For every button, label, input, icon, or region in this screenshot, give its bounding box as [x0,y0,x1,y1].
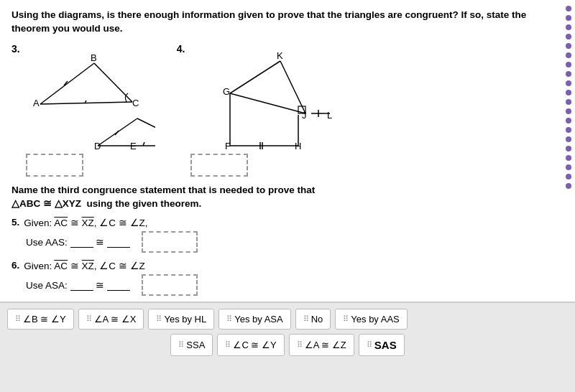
chip-no-label: No [311,314,323,325]
diagrams-row: 3. A B C [12,43,564,177]
drag-icon: ⠿ [156,314,161,324]
chip-yes-asa-label: Yes by ASA [234,314,282,325]
chip-angle-a-x[interactable]: ⠿ ∠A ≅ ∠X [78,309,144,330]
chip-angle-c-y[interactable]: ⠿ ∠C ≅ ∠Y [217,334,284,356]
svg-line-5 [40,102,132,104]
chip-yes-asa[interactable]: ⠿ Yes by ASA [218,309,290,330]
chip-ssa-label: SSA [186,340,205,350]
svg-text:L: L [327,110,332,121]
problem-5: 5. Given: AC ≅ XZ, ∠C ≅ ∠Z, Use AAS: ≅ [12,217,564,253]
svg-line-22 [230,93,305,113]
diagram-4: 4. G K J L [177,43,349,177]
drag-icon: ⠿ [178,340,183,350]
problem-6: 6. Given: AC ≅ XZ, ∠C ≅ ∠Z Use ASA: ≅ [12,260,564,296]
drag-icon: ⠿ [15,314,20,324]
chip-angle-b-y-label: ∠B ≅ ∠Y [23,314,66,325]
svg-text:C: C [132,98,139,108]
chip-angle-a-z[interactable]: ⠿ ∠A ≅ ∠Z [289,334,354,356]
chip-sas-label: SAS [374,339,397,351]
chip-angle-c-y-label: ∠C ≅ ∠Y [233,340,276,350]
problem-5-number: 5. [12,217,19,228]
svg-text:B: B [91,52,97,63]
svg-line-4 [94,63,132,102]
svg-line-3 [40,63,94,104]
chip-no[interactable]: ⠿ No [295,309,331,330]
diagram-4-number: 4. [177,43,185,55]
problem-5-answer-box[interactable] [142,231,198,253]
diagram-3-answer-box[interactable] [26,154,83,177]
chip-yes-aas-label: Yes by AAS [351,314,399,325]
drag-icon: ⠿ [225,340,230,350]
answer-bank: ⠿ ∠B ≅ ∠Y ⠿ ∠A ≅ ∠X ⠿ Yes by HL ⠿ Yes by… [0,302,575,392]
drag-icon: ⠿ [86,314,91,324]
chip-angle-a-z-label: ∠A ≅ ∠Z [305,340,346,350]
drag-icon: ⠿ [297,340,302,350]
svg-line-20 [230,61,280,93]
chip-yes-aas[interactable]: ⠿ Yes by AAS [335,309,407,330]
problem-5-use: Use AAS: ≅ [26,236,130,248]
chip-ssa[interactable]: ⠿ SSA [170,334,213,356]
chip-yes-hl-label: Yes by HL [164,314,206,325]
problem-6-answer-box[interactable] [142,274,198,296]
drag-icon: ⠿ [367,340,372,350]
answer-bank-row-2: ⠿ SSA ⠿ ∠C ≅ ∠Y ⠿ ∠A ≅ ∠Z ⠿ SAS [7,334,568,356]
diagram-3: 3. A B C [12,43,155,177]
section-title: Name the third congruence statement that… [12,184,564,211]
chip-sas[interactable]: ⠿ SAS [359,334,405,356]
problem-6-number: 6. [12,260,19,271]
answer-bank-row-1: ⠿ ∠B ≅ ∠Y ⠿ ∠A ≅ ∠X ⠿ Yes by HL ⠿ Yes by… [7,309,568,330]
diagram-3-number: 3. [12,43,20,55]
decorative-dots [562,0,575,302]
triangle-kgjfhl-svg: G K J L [190,43,349,151]
instruction-text: Using the diagrams, is there enough info… [12,9,564,36]
diagram-4-answer-box[interactable] [190,154,248,177]
svg-text:K: K [277,50,283,61]
svg-text:G: G [223,86,230,97]
chip-angle-b-y[interactable]: ⠿ ∠B ≅ ∠Y [7,309,74,330]
svg-text:A: A [33,98,40,108]
drag-icon: ⠿ [343,314,348,324]
problem-6-given: Given: AC ≅ XZ, ∠C ≅ ∠Z [24,260,145,271]
svg-line-21 [280,61,305,113]
triangle-abc-svg: A B C [26,43,155,151]
drag-icon: ⠿ [303,314,308,324]
svg-line-12 [137,118,155,146]
problem-5-given: Given: AC ≅ XZ, ∠C ≅ ∠Z, [24,217,147,228]
problem-6-use: Use ASA: ≅ [26,279,130,291]
drag-icon: ⠿ [226,314,231,324]
chip-angle-a-x-label: ∠A ≅ ∠X [94,314,137,325]
chip-yes-hl[interactable]: ⠿ Yes by HL [148,309,214,330]
